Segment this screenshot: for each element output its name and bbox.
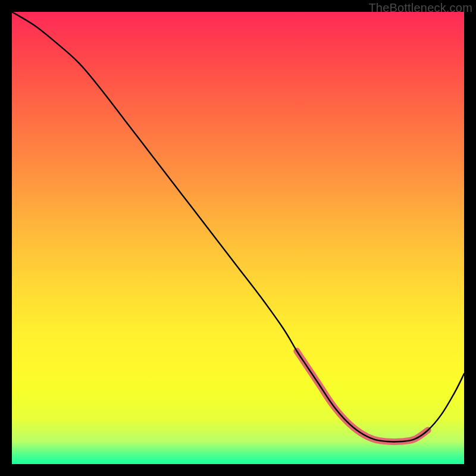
curve-line-path [12,12,464,442]
chart-plot-area [12,12,464,464]
attribution-text: TheBottleneck.com [368,1,472,15]
chart-stage: TheBottleneck.com [0,0,476,476]
chart-svg [12,12,464,464]
highlight-band-path [297,351,428,442]
